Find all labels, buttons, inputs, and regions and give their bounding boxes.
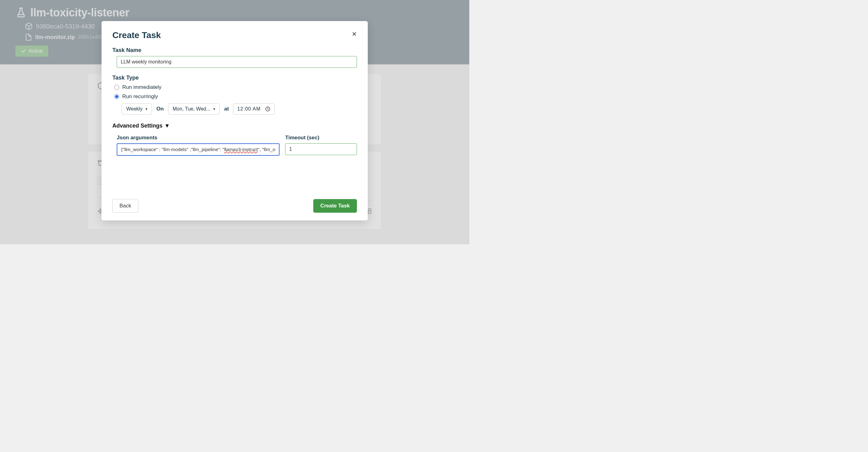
task-name-label: Task Name (112, 47, 357, 54)
radio-immediate-label: Run immediately (122, 84, 162, 90)
json-args-input[interactable]: {"llm_workspace" : "llm-models" ,"llm_pi… (117, 143, 280, 156)
frequency-value: Weekly (126, 106, 143, 112)
on-label: On (156, 106, 164, 112)
radio-recurring-label: Run recurringly (122, 93, 158, 100)
days-select[interactable]: Mon, Tue, Wed... ▾ (168, 103, 220, 115)
back-button[interactable]: Back (112, 199, 138, 213)
timeout-input[interactable] (285, 143, 357, 155)
create-task-button[interactable]: Create Task (313, 199, 357, 213)
time-input[interactable]: 12:00 AM (233, 103, 275, 115)
at-label: at (224, 106, 229, 112)
frequency-select[interactable]: Weekly ▾ (122, 103, 152, 115)
task-type-label: Task Type (112, 74, 357, 81)
chevron-down-icon: ▾ (146, 107, 147, 111)
chevron-down-icon: ▾ (213, 107, 215, 111)
radio-recurring-input[interactable] (114, 94, 119, 99)
radio-immediate-input[interactable] (114, 85, 119, 90)
advanced-label: Advanced Settings (112, 123, 162, 129)
timeout-label: Timeout (sec) (285, 135, 357, 141)
create-task-modal: Create Task ✕ Task Name Task Type Run im… (101, 21, 368, 220)
triangle-down-icon: ▼ (164, 123, 170, 129)
modal-title: Create Task (112, 30, 161, 40)
time-value: 12:00 AM (237, 106, 261, 112)
days-value: Mon, Tue, Wed... (173, 106, 211, 112)
radio-run-recurringly[interactable]: Run recurringly (114, 93, 357, 100)
clock-icon (265, 106, 271, 112)
json-args-label: Json arguments (117, 135, 280, 141)
close-icon[interactable]: ✕ (352, 30, 357, 38)
schedule-row: Weekly ▾ On Mon, Tue, Wed... ▾ at 12:00 … (122, 103, 357, 115)
radio-run-immediately[interactable]: Run immediately (114, 84, 357, 90)
advanced-settings-toggle[interactable]: Advanced Settings ▼ (112, 123, 357, 129)
task-name-input[interactable] (117, 56, 357, 68)
